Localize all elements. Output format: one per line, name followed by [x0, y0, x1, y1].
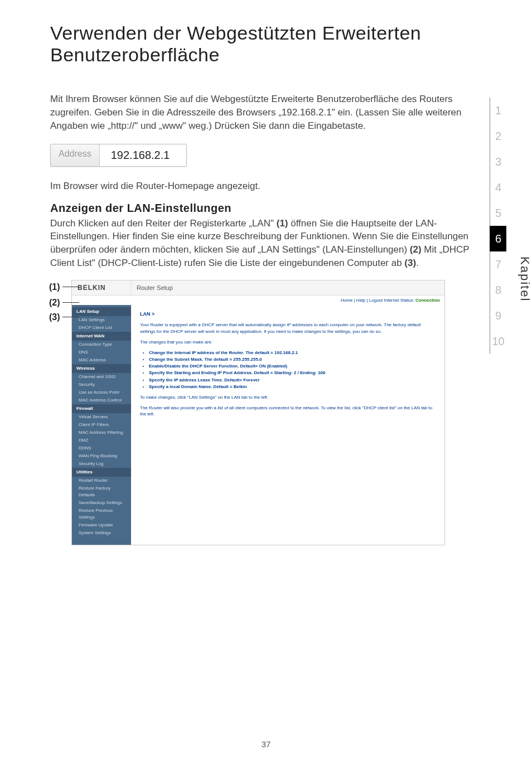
nav-item[interactable]: Save/Backup Settings — [72, 499, 131, 507]
callout-1: (1) — [49, 282, 60, 292]
nav-group: Internet WAN — [72, 332, 131, 341]
nav-item[interactable]: DDNS — [72, 444, 131, 452]
nav-item[interactable]: Security — [72, 381, 131, 389]
nav-item[interactable]: Security Log — [72, 460, 131, 468]
router-screenshot: BELKIN Router Setup Home | Help | Logout… — [71, 280, 445, 545]
chapter-rail-item[interactable]: 2 — [490, 123, 506, 149]
nav-item[interactable]: Firmware Update — [72, 521, 131, 529]
nav-item[interactable]: Virtual Servers — [72, 413, 131, 421]
section-body: Durch Klicken auf den Reiter der Registe… — [50, 217, 482, 270]
router-sidebar[interactable]: LAN SetupLAN SettingsDHCP Client ListInt… — [72, 305, 131, 545]
nav-group: Wireless — [72, 364, 131, 373]
nav-item[interactable]: Restore Previous Settings — [72, 507, 131, 521]
nav-item[interactable]: DMZ — [72, 437, 131, 444]
bullet-item: Change the Internal IP address of the Ro… — [149, 350, 436, 356]
ref-2: (2) — [410, 244, 422, 255]
ref-1: (1) — [277, 218, 288, 229]
content-p1: Your Router is equipped with a DHCP serv… — [140, 322, 436, 334]
address-value[interactable]: 192.168.2.1 — [100, 144, 187, 166]
nav-item[interactable]: MAC Address Filtering — [72, 429, 131, 437]
breadcrumb[interactable]: LAN > — [140, 311, 436, 318]
page-title: Verwenden der Webgestützten Erweiterten … — [50, 22, 482, 66]
bullet-item: Specify a local Domain Name. Default = B… — [149, 384, 436, 390]
chapter-rail-item[interactable]: 1 — [490, 98, 506, 123]
bullet-item: Specify the IP address Lease Time. Defau… — [149, 377, 436, 383]
section-heading: Anzeigen der LAN-Einstellungen — [50, 202, 482, 215]
content-p4: The Router will also provide you with a … — [140, 405, 436, 417]
nav-group: LAN Setup — [72, 307, 131, 316]
nav-item[interactable]: DNS — [72, 348, 131, 356]
chapter-rail-item[interactable]: 5 — [490, 200, 506, 226]
router-status-bar: Home | Help | Logout Internet Status: Co… — [72, 296, 444, 305]
page-number: 37 — [0, 739, 532, 749]
content-bullets: Change the Internal IP address of the Ro… — [149, 350, 436, 390]
bullet-item: Enable/Disable the DHCP Server Function.… — [149, 363, 436, 369]
chapter-rail: 12345678910 — [486, 98, 510, 354]
nav-item[interactable]: MAC Address — [72, 356, 131, 364]
txt: Durch Klicken auf den Reiter der Registe… — [50, 218, 277, 229]
nav-group: Firewall — [72, 404, 131, 413]
callout-line — [62, 302, 79, 303]
callout-line — [62, 287, 79, 287]
address-bar: Address 192.168.2.1 — [50, 144, 187, 167]
chapter-rail-item[interactable]: 7 — [490, 251, 506, 277]
callout-3: (3) — [49, 312, 60, 322]
callout-2: (2) — [49, 298, 60, 308]
nav-group: Utilities — [72, 468, 131, 477]
content-p3: To make changes, click "LAN Settings" on… — [140, 394, 436, 400]
chapter-side-label: Kapitel — [518, 256, 532, 302]
nav-item[interactable]: LAN Settings — [72, 316, 131, 324]
router-setup-title: Router Setup — [131, 281, 444, 294]
nav-item[interactable]: Connection Type — [72, 341, 131, 348]
screenshot-wrapper: (1) (2) (3) BELKIN Router Setup Home | H… — [50, 280, 482, 545]
period: . — [416, 258, 419, 268]
content-p2: The changes that you can make are: — [140, 339, 436, 345]
nav-item[interactable]: Restore Factory Defaults — [72, 485, 131, 499]
intro-paragraph: Mit Ihrem Browser können Sie auf die Web… — [50, 93, 482, 132]
nav-item[interactable]: DHCP Client List — [72, 324, 131, 332]
nav-item[interactable]: System Settings — [72, 529, 131, 537]
chapter-rail-item[interactable]: 3 — [490, 149, 506, 175]
chapter-rail-item[interactable]: 6 — [490, 226, 506, 251]
address-label: Address — [51, 144, 100, 166]
nav-item[interactable]: MAC Address Control — [72, 396, 131, 404]
homepage-note: Im Browser wird die Router-Homepage ange… — [50, 181, 482, 192]
nav-item[interactable]: Use as Access Point — [72, 389, 131, 396]
status-links[interactable]: Home | Help | Logout Internet Status: — [341, 298, 415, 303]
router-logo: BELKIN — [72, 280, 131, 295]
status-value: Connection — [415, 298, 440, 303]
nav-item[interactable]: Restart Router — [72, 477, 131, 485]
ref-3: (3) — [404, 258, 416, 268]
bullet-item: Change the Subnet Mask. The default = 25… — [149, 356, 436, 362]
nav-item[interactable]: WAN Ping Blocking — [72, 452, 131, 460]
chapter-rail-item[interactable]: 4 — [490, 175, 506, 200]
chapter-rail-item[interactable]: 10 — [490, 328, 506, 354]
nav-item[interactable]: Client IP Filters — [72, 421, 131, 429]
nav-item[interactable]: Channel and SSID — [72, 373, 131, 381]
router-content: LAN > Your Router is equipped with a DHC… — [131, 305, 444, 545]
chapter-rail-item[interactable]: 8 — [490, 277, 506, 303]
bullet-item: Specify the Starting and Ending IP Pool … — [149, 370, 436, 376]
callout-line — [62, 317, 79, 317]
chapter-rail-item[interactable]: 9 — [490, 303, 506, 328]
router-header: BELKIN Router Setup — [72, 280, 444, 296]
